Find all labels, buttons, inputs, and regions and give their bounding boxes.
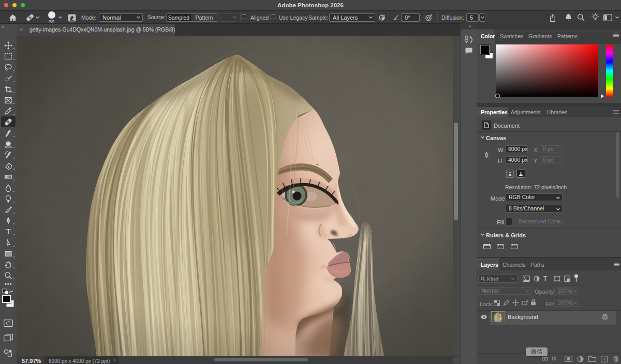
svg-text:T: T: [6, 228, 10, 236]
